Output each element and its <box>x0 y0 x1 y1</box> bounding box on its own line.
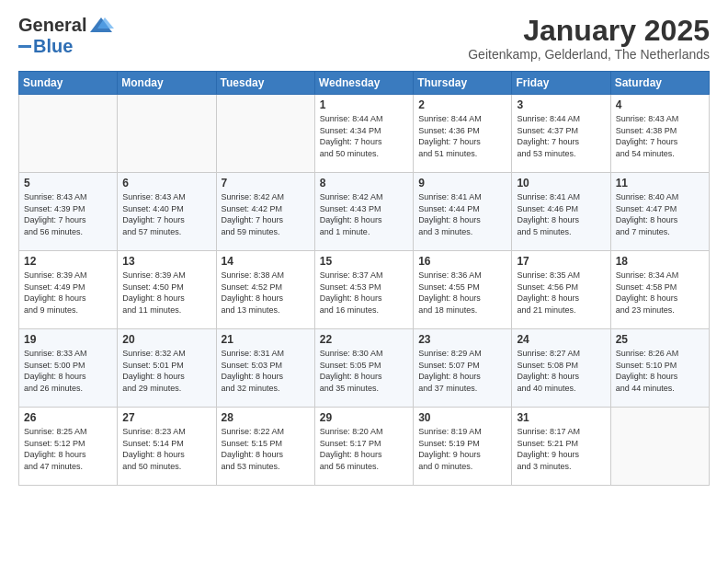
day-number: 8 <box>320 177 408 190</box>
day-info: Sunrise: 8:39 AM Sunset: 4:50 PM Dayligh… <box>122 270 210 316</box>
table-row: 24Sunrise: 8:27 AM Sunset: 5:08 PM Dayli… <box>512 329 610 408</box>
table-row <box>19 95 118 173</box>
day-number: 17 <box>517 255 605 268</box>
table-row: 30Sunrise: 8:19 AM Sunset: 5:19 PM Dayli… <box>414 408 512 486</box>
table-row: 28Sunrise: 8:22 AM Sunset: 5:15 PM Dayli… <box>216 408 314 486</box>
table-row: 18Sunrise: 8:34 AM Sunset: 4:58 PM Dayli… <box>610 251 709 329</box>
col-friday: Friday <box>512 72 610 95</box>
day-number: 19 <box>24 333 112 346</box>
day-number: 24 <box>517 333 605 346</box>
table-row: 17Sunrise: 8:35 AM Sunset: 4:56 PM Dayli… <box>512 251 610 329</box>
logo-icon <box>88 16 114 36</box>
calendar-week-row: 19Sunrise: 8:33 AM Sunset: 5:00 PM Dayli… <box>19 329 710 408</box>
calendar-week-row: 5Sunrise: 8:43 AM Sunset: 4:39 PM Daylig… <box>19 173 710 251</box>
table-row <box>118 95 216 173</box>
day-number: 2 <box>418 98 506 111</box>
table-row <box>216 95 314 173</box>
table-row: 10Sunrise: 8:41 AM Sunset: 4:46 PM Dayli… <box>512 173 610 251</box>
day-info: Sunrise: 8:20 AM Sunset: 5:17 PM Dayligh… <box>320 426 408 472</box>
page-container: General Blue January 2025 Geitenkamp, Ge… <box>0 0 728 495</box>
day-info: Sunrise: 8:29 AM Sunset: 5:07 PM Dayligh… <box>418 348 506 394</box>
day-info: Sunrise: 8:23 AM Sunset: 5:14 PM Dayligh… <box>122 426 210 472</box>
subtitle: Geitenkamp, Gelderland, The Netherlands <box>468 47 710 62</box>
title-block: January 2025 Geitenkamp, Gelderland, The… <box>468 15 710 62</box>
day-info: Sunrise: 8:40 AM Sunset: 4:47 PM Dayligh… <box>616 191 704 237</box>
day-number: 6 <box>122 177 210 190</box>
table-row: 13Sunrise: 8:39 AM Sunset: 4:50 PM Dayli… <box>118 251 216 329</box>
table-row: 11Sunrise: 8:40 AM Sunset: 4:47 PM Dayli… <box>610 173 709 251</box>
table-row: 14Sunrise: 8:38 AM Sunset: 4:52 PM Dayli… <box>216 251 314 329</box>
day-info: Sunrise: 8:33 AM Sunset: 5:00 PM Dayligh… <box>24 348 112 394</box>
day-info: Sunrise: 8:32 AM Sunset: 5:01 PM Dayligh… <box>122 348 210 394</box>
day-number: 18 <box>616 255 704 268</box>
day-number: 14 <box>222 255 310 268</box>
day-number: 26 <box>24 411 112 424</box>
day-number: 12 <box>24 255 112 268</box>
day-info: Sunrise: 8:36 AM Sunset: 4:55 PM Dayligh… <box>418 270 506 316</box>
day-number: 4 <box>616 98 704 111</box>
calendar-week-row: 26Sunrise: 8:25 AM Sunset: 5:12 PM Dayli… <box>19 408 710 486</box>
day-info: Sunrise: 8:30 AM Sunset: 5:05 PM Dayligh… <box>320 348 408 394</box>
day-number: 7 <box>222 177 310 190</box>
day-number: 23 <box>418 333 506 346</box>
day-info: Sunrise: 8:41 AM Sunset: 4:46 PM Dayligh… <box>517 191 605 237</box>
calendar-week-row: 1Sunrise: 8:44 AM Sunset: 4:34 PM Daylig… <box>19 95 710 173</box>
month-title: January 2025 <box>468 15 710 47</box>
col-thursday: Thursday <box>414 72 512 95</box>
table-row: 20Sunrise: 8:32 AM Sunset: 5:01 PM Dayli… <box>118 329 216 408</box>
day-info: Sunrise: 8:17 AM Sunset: 5:21 PM Dayligh… <box>517 426 605 472</box>
day-number: 31 <box>517 411 605 424</box>
col-wednesday: Wednesday <box>314 72 413 95</box>
table-row: 31Sunrise: 8:17 AM Sunset: 5:21 PM Dayli… <box>512 408 610 486</box>
day-number: 28 <box>222 411 310 424</box>
day-info: Sunrise: 8:44 AM Sunset: 4:36 PM Dayligh… <box>418 113 506 159</box>
day-info: Sunrise: 8:43 AM Sunset: 4:39 PM Dayligh… <box>24 191 112 237</box>
logo-text: General <box>18 15 114 36</box>
table-row: 16Sunrise: 8:36 AM Sunset: 4:55 PM Dayli… <box>414 251 512 329</box>
header: General Blue January 2025 Geitenkamp, Ge… <box>18 15 710 62</box>
logo-blue: Blue <box>33 36 73 57</box>
day-number: 29 <box>320 411 408 424</box>
day-number: 16 <box>418 255 506 268</box>
calendar-table: Sunday Monday Tuesday Wednesday Thursday… <box>18 71 710 486</box>
table-row: 23Sunrise: 8:29 AM Sunset: 5:07 PM Dayli… <box>414 329 512 408</box>
table-row: 27Sunrise: 8:23 AM Sunset: 5:14 PM Dayli… <box>118 408 216 486</box>
day-info: Sunrise: 8:22 AM Sunset: 5:15 PM Dayligh… <box>222 426 310 472</box>
col-monday: Monday <box>118 72 216 95</box>
day-info: Sunrise: 8:25 AM Sunset: 5:12 PM Dayligh… <box>24 426 112 472</box>
day-number: 3 <box>517 98 605 111</box>
logo: General Blue <box>18 15 114 57</box>
day-number: 15 <box>320 255 408 268</box>
table-row: 1Sunrise: 8:44 AM Sunset: 4:34 PM Daylig… <box>314 95 413 173</box>
day-info: Sunrise: 8:43 AM Sunset: 4:38 PM Dayligh… <box>616 113 704 159</box>
day-info: Sunrise: 8:27 AM Sunset: 5:08 PM Dayligh… <box>517 348 605 394</box>
day-number: 30 <box>418 411 506 424</box>
day-number: 9 <box>418 177 506 190</box>
day-info: Sunrise: 8:26 AM Sunset: 5:10 PM Dayligh… <box>616 348 704 394</box>
table-row: 12Sunrise: 8:39 AM Sunset: 4:49 PM Dayli… <box>19 251 118 329</box>
table-row: 15Sunrise: 8:37 AM Sunset: 4:53 PM Dayli… <box>314 251 413 329</box>
day-info: Sunrise: 8:44 AM Sunset: 4:37 PM Dayligh… <box>517 113 605 159</box>
day-info: Sunrise: 8:34 AM Sunset: 4:58 PM Dayligh… <box>616 270 704 316</box>
table-row: 8Sunrise: 8:42 AM Sunset: 4:43 PM Daylig… <box>314 173 413 251</box>
day-info: Sunrise: 8:35 AM Sunset: 4:56 PM Dayligh… <box>517 270 605 316</box>
day-number: 22 <box>320 333 408 346</box>
day-info: Sunrise: 8:43 AM Sunset: 4:40 PM Dayligh… <box>122 191 210 237</box>
day-info: Sunrise: 8:44 AM Sunset: 4:34 PM Dayligh… <box>320 113 408 159</box>
day-number: 1 <box>320 98 408 111</box>
table-row: 29Sunrise: 8:20 AM Sunset: 5:17 PM Dayli… <box>314 408 413 486</box>
table-row: 9Sunrise: 8:41 AM Sunset: 4:44 PM Daylig… <box>414 173 512 251</box>
day-info: Sunrise: 8:19 AM Sunset: 5:19 PM Dayligh… <box>418 426 506 472</box>
table-row: 4Sunrise: 8:43 AM Sunset: 4:38 PM Daylig… <box>610 95 709 173</box>
day-number: 11 <box>616 177 704 190</box>
day-info: Sunrise: 8:38 AM Sunset: 4:52 PM Dayligh… <box>222 270 310 316</box>
table-row: 22Sunrise: 8:30 AM Sunset: 5:05 PM Dayli… <box>314 329 413 408</box>
day-info: Sunrise: 8:41 AM Sunset: 4:44 PM Dayligh… <box>418 191 506 237</box>
day-info: Sunrise: 8:37 AM Sunset: 4:53 PM Dayligh… <box>320 270 408 316</box>
day-info: Sunrise: 8:39 AM Sunset: 4:49 PM Dayligh… <box>24 270 112 316</box>
table-row: 2Sunrise: 8:44 AM Sunset: 4:36 PM Daylig… <box>414 95 512 173</box>
day-number: 27 <box>122 411 210 424</box>
day-info: Sunrise: 8:42 AM Sunset: 4:43 PM Dayligh… <box>320 191 408 237</box>
logo-general: General <box>18 15 86 36</box>
table-row: 25Sunrise: 8:26 AM Sunset: 5:10 PM Dayli… <box>610 329 709 408</box>
